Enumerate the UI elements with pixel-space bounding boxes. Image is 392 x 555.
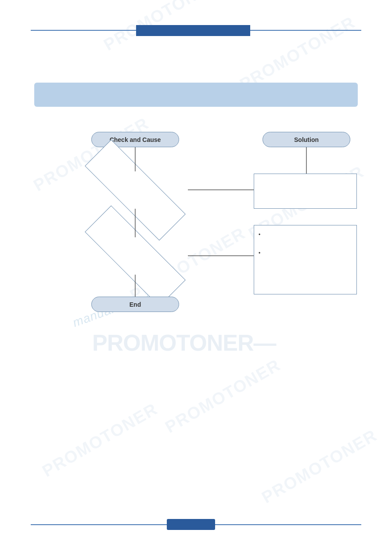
check-cause-pill: Check and Cause [91,132,179,147]
watermark-6: PROMOTONER [162,355,284,437]
watermark-2: PROMOTONER [237,13,359,94]
bullet-2: • [259,250,352,256]
flowchart: Check and Cause Solution • • End [34,123,359,316]
end-pill: End [91,297,179,312]
watermark-8: PROMOTONER [259,426,381,507]
bullet-1: • [259,232,352,238]
brand-promo: PROMO [92,330,176,355]
blue-banner [34,83,358,107]
diamond-1 [83,171,188,209]
solution-rect-1 [254,174,357,209]
brand-logo: PROMOTONER— [92,330,276,356]
solution-rect-2: • • [254,225,357,294]
brand-to: TO [176,330,206,355]
watermark-7: PROMOTONER [39,399,161,481]
solution-pill: Solution [263,132,350,147]
brand-dash: — [254,330,276,355]
diamond-2 [83,237,188,275]
header-bar [136,25,250,36]
footer-bar [167,519,215,530]
brand-ner: NER [207,330,254,355]
